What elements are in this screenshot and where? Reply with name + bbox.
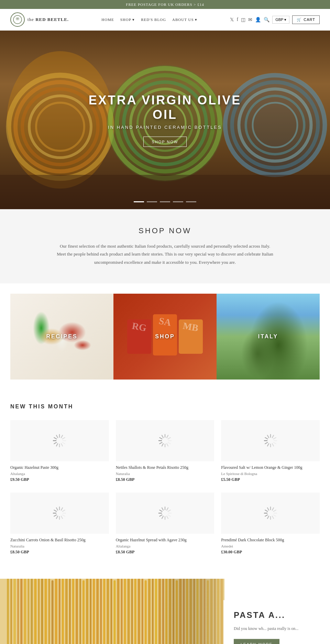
svg-line-31 [54, 438, 57, 439]
twitter-icon[interactable]: 𝕏 [230, 17, 234, 23]
svg-line-25 [63, 442, 65, 444]
logo-area[interactable]: the RED BEETLE. [10, 12, 69, 27]
product-item[interactable]: Zucchini Carrots Onion & Basil Risotto 2… [10, 493, 109, 555]
svg-line-80 [162, 508, 163, 510]
loading-spinner [156, 505, 174, 522]
product-image [10, 493, 109, 534]
product-name: Prendimé Dark Chocolate Block 500g [221, 537, 320, 543]
svg-line-79 [160, 510, 162, 511]
category-recipes[interactable]: RECIPES [10, 294, 113, 380]
category-shop[interactable]: RG SA MB SHOP [113, 294, 217, 380]
pasta-image-area [0, 579, 224, 644]
product-item[interactable]: Nettles Shallots & Rose Petals Risotto 2… [116, 420, 214, 482]
cart-button[interactable]: 🛒 CART [292, 15, 320, 24]
svg-line-28 [56, 444, 58, 446]
product-price: £8.50 GBP [116, 477, 214, 482]
svg-line-58 [61, 508, 63, 510]
svg-line-43 [160, 438, 162, 439]
svg-line-41 [160, 442, 162, 444]
svg-line-38 [167, 444, 168, 446]
product-brand: Amedei [221, 544, 320, 548]
recipes-label: RECIPES [46, 334, 77, 340]
product-brand: Altalanga [10, 472, 109, 476]
product-image [221, 493, 320, 534]
hero-cta-button[interactable]: SHOP NOW [143, 137, 187, 147]
svg-line-74 [167, 516, 168, 519]
pasta-section: PASTA A... Did you know wh... pasta real… [0, 579, 330, 644]
svg-line-40 [162, 444, 163, 446]
main-nav: HOME SHOP ▾ RED'S BLOG ABOUT US ▾ [101, 18, 197, 22]
svg-line-50 [272, 444, 274, 446]
instagram-icon[interactable]: ◫ [241, 17, 245, 23]
email-icon[interactable]: ✉ [248, 17, 252, 23]
product-name: Nettles Shallots & Rose Petals Risotto 2… [116, 465, 214, 471]
logo-icon [10, 12, 25, 27]
svg-line-89 [265, 515, 267, 516]
box-3: MB [179, 319, 203, 354]
loading-spinner [51, 432, 68, 449]
hero-section: EXTRA VIRGIN OLIVE OIL IN HAND PAINTED C… [0, 31, 330, 209]
logo-text: the RED BEETLE. [28, 17, 69, 22]
product-item[interactable]: Organic Hazelnut Spread with Agave 230g … [116, 493, 214, 555]
hero-subtitle: IN HAND PAINTED CERAMIC BOTTLES [82, 125, 248, 130]
product-item[interactable]: Flavoured Salt w/ Lemon Orange & Ginger … [221, 420, 320, 482]
svg-line-44 [162, 436, 163, 438]
pasta-svg [0, 579, 224, 644]
box-1: RG [127, 319, 151, 354]
svg-line-56 [267, 436, 269, 438]
dot-3[interactable] [160, 201, 170, 202]
dot-1[interactable] [134, 201, 144, 202]
product-brand: Le Spiritose di Bologna [221, 472, 320, 476]
svg-line-70 [167, 508, 168, 510]
product-image [116, 493, 214, 534]
svg-line-62 [61, 516, 63, 519]
svg-line-88 [267, 516, 269, 519]
svg-rect-20 [0, 175, 330, 209]
shop-now-title: SHOP NOW [28, 226, 302, 235]
svg-line-83 [273, 510, 276, 511]
dot-5[interactable] [186, 201, 196, 202]
svg-line-77 [160, 515, 162, 516]
pasta-content-panel: PASTA A... Did you know wh... pasta real… [223, 600, 320, 644]
product-name: Organic Hazelnut Spread with Agave 230g [116, 537, 214, 543]
nav-reds-blog[interactable]: RED'S BLOG [141, 18, 166, 22]
nav-about-us[interactable]: ABOUT US ▾ [172, 18, 197, 22]
svg-line-68 [56, 508, 58, 510]
learn-more-button[interactable]: LEARN MORE [234, 639, 279, 644]
products-grid: Organic Hazelnut Paste 300g Altalanga £9… [10, 420, 320, 555]
product-price: £8.50 GBP [10, 550, 109, 555]
svg-line-32 [56, 436, 58, 438]
product-price: £8.50 GBP [116, 550, 214, 555]
hero-content: EXTRA VIRGIN OLIVE OIL IN HAND PAINTED C… [82, 93, 248, 147]
svg-line-91 [265, 510, 267, 511]
account-icon[interactable]: 👤 [255, 17, 261, 23]
new-this-month-section: NEW THIS MONTH [0, 390, 330, 568]
currency-selector[interactable]: GBP ▾ [272, 16, 289, 24]
product-name: Zucchini Carrots Onion & Basil Risotto 2… [10, 537, 109, 543]
svg-line-85 [273, 515, 276, 516]
product-item[interactable]: Organic Hazelnut Paste 300g Altalanga £9… [10, 420, 109, 482]
svg-line-64 [56, 516, 58, 519]
dot-4[interactable] [173, 201, 183, 202]
nav-shop[interactable]: SHOP ▾ [120, 18, 135, 22]
svg-line-26 [61, 444, 63, 446]
svg-line-76 [162, 516, 163, 519]
pasta-description: Did you know wh... pasta really is on... [234, 625, 309, 632]
svg-line-52 [267, 444, 269, 446]
loading-spinner [51, 505, 68, 522]
pasta-title: PASTA A... [234, 610, 309, 620]
facebook-icon[interactable]: f [236, 17, 238, 22]
dot-2[interactable] [147, 201, 157, 202]
category-italy[interactable]: ITALY [217, 294, 320, 380]
shop-now-section: SHOP NOW Our finest selection of the mos… [0, 209, 330, 283]
nav-home[interactable]: HOME [101, 18, 114, 22]
hero-dots [134, 201, 196, 202]
svg-line-47 [273, 438, 276, 439]
loading-spinner [262, 432, 279, 449]
search-icon[interactable]: 🔍 [264, 17, 270, 23]
product-item[interactable]: Prendimé Dark Chocolate Block 500g Amede… [221, 493, 320, 555]
svg-line-67 [54, 510, 57, 511]
svg-line-37 [168, 442, 170, 444]
product-image [221, 420, 320, 461]
product-image [116, 420, 214, 461]
